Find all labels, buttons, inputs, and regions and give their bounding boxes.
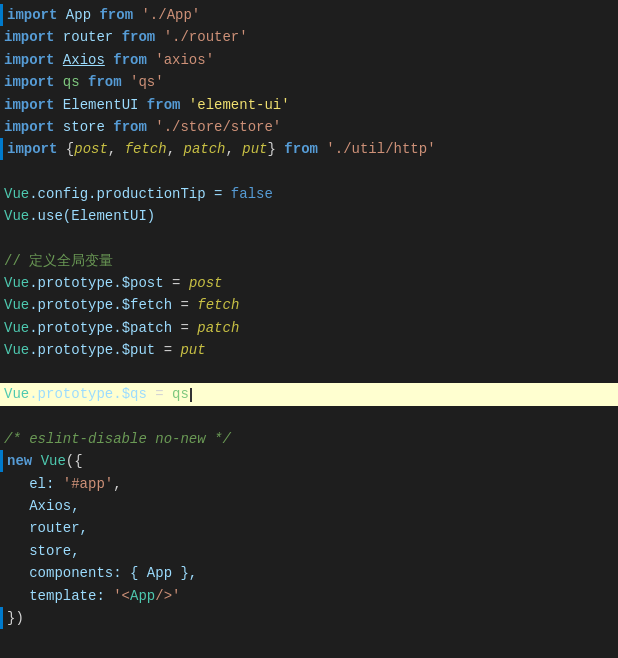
- code-token: Vue: [41, 453, 66, 469]
- line-text: // 定义全局变量: [4, 250, 610, 272]
- code-token: import: [4, 52, 54, 68]
- code-editor: import App from './App'import router fro…: [0, 0, 618, 658]
- code-token: put: [242, 141, 267, 157]
- code-token: new: [7, 453, 32, 469]
- code-token: [239, 320, 247, 336]
- code-line: [0, 361, 618, 383]
- code-line: Vue.use(ElementUI): [0, 205, 618, 227]
- code-token: from: [88, 74, 122, 90]
- code-token: $fetch: [122, 297, 172, 313]
- code-token: />': [155, 588, 180, 604]
- code-content: import App from './App'import router fro…: [0, 0, 618, 633]
- code-token: [180, 97, 188, 113]
- code-token: [206, 342, 214, 358]
- code-token: 'qs': [130, 74, 164, 90]
- code-token: [54, 74, 62, 90]
- line-text: import App from './App': [7, 4, 610, 26]
- code-token: components: { App },: [4, 565, 197, 581]
- line-text: import {post, fetch, patch, put} from '.…: [7, 138, 610, 160]
- code-line: Vue.prototype.$post = post: [0, 272, 618, 294]
- code-token: Axios: [63, 52, 105, 68]
- code-token: './store/store': [155, 119, 281, 135]
- code-token: [239, 297, 247, 313]
- line-text: template: '<App/>': [4, 585, 610, 607]
- code-token: [147, 52, 155, 68]
- code-token: [32, 453, 40, 469]
- code-token: './util/http': [326, 141, 435, 157]
- code-token: .prototype.: [29, 386, 121, 402]
- line-text: Axios,: [4, 495, 610, 517]
- code-token: patch: [197, 320, 239, 336]
- code-line: import ElementUI from 'element-ui': [0, 94, 618, 116]
- code-token: Vue: [4, 208, 29, 224]
- line-bar: [0, 607, 3, 629]
- code-token: .prototype.: [29, 297, 121, 313]
- code-line: router,: [0, 517, 618, 539]
- code-token: .prototype.: [29, 275, 121, 291]
- line-text: Vue.use(ElementUI): [4, 205, 610, 227]
- code-token: [222, 275, 230, 291]
- code-token: from: [147, 97, 181, 113]
- code-token: put: [180, 342, 205, 358]
- line-text: import router from './router': [4, 26, 610, 48]
- code-token: store: [54, 119, 113, 135]
- line-text: Vue.prototype.$patch = patch: [4, 317, 610, 339]
- code-token: .prototype.: [29, 320, 121, 336]
- code-token: ElementUI: [54, 97, 146, 113]
- code-token: from: [113, 52, 147, 68]
- code-token: from: [284, 141, 318, 157]
- code-token: [273, 186, 281, 202]
- code-token: false: [231, 186, 273, 202]
- code-token: ,: [113, 476, 121, 492]
- code-token: import: [4, 74, 54, 90]
- code-token: App: [57, 7, 99, 23]
- code-line: /* eslint-disable no-new */: [0, 428, 618, 450]
- code-token: [105, 52, 113, 68]
- code-token: $post: [122, 275, 164, 291]
- code-token: qs: [63, 74, 80, 90]
- line-text: Vue.prototype.$qs = qs: [4, 383, 610, 405]
- code-line: }): [0, 607, 618, 629]
- code-token: =: [172, 320, 197, 336]
- line-text: import ElementUI from 'element-ui': [4, 94, 610, 116]
- line-text: new Vue({: [7, 450, 610, 472]
- code-token: [24, 610, 32, 626]
- code-token: Vue: [4, 320, 29, 336]
- code-line: import qs from 'qs': [0, 71, 618, 93]
- code-token: [54, 52, 62, 68]
- code-token: template:: [4, 588, 113, 604]
- code-token: from: [113, 119, 147, 135]
- code-token: 'axios': [155, 52, 214, 68]
- code-token: }): [7, 610, 24, 626]
- code-token: Vue: [4, 186, 29, 202]
- code-token: qs: [172, 386, 189, 402]
- code-token: fetch: [197, 297, 239, 313]
- line-text: import Axios from 'axios': [4, 49, 610, 71]
- code-token: '#app': [63, 476, 113, 492]
- code-token: =: [155, 342, 180, 358]
- code-token: =: [147, 386, 172, 402]
- code-token: Vue: [4, 386, 29, 402]
- line-text: Vue.prototype.$fetch = fetch: [4, 294, 610, 316]
- text-cursor: [190, 388, 192, 402]
- code-token: App: [130, 588, 155, 604]
- code-line: // 定义全局变量: [0, 250, 618, 272]
- line-bar: [0, 138, 3, 160]
- code-token: import: [4, 97, 54, 113]
- line-text: /* eslint-disable no-new */: [4, 428, 610, 450]
- code-token: post: [74, 141, 108, 157]
- code-token: $put: [122, 342, 156, 358]
- code-token: // 定义全局变量: [4, 253, 113, 269]
- code-line: Vue.prototype.$qs = qs: [0, 383, 618, 405]
- code-token: fetch: [125, 141, 167, 157]
- code-token: {: [57, 141, 74, 157]
- code-token: .config.productionTip =: [29, 186, 231, 202]
- code-token: ({: [66, 453, 83, 469]
- code-token: =: [164, 275, 189, 291]
- code-token: [155, 208, 163, 224]
- line-text: Vue.prototype.$put = put: [4, 339, 610, 361]
- code-line: [0, 406, 618, 428]
- code-line: [0, 228, 618, 250]
- line-text: Vue.prototype.$post = post: [4, 272, 610, 294]
- code-line: import router from './router': [0, 26, 618, 48]
